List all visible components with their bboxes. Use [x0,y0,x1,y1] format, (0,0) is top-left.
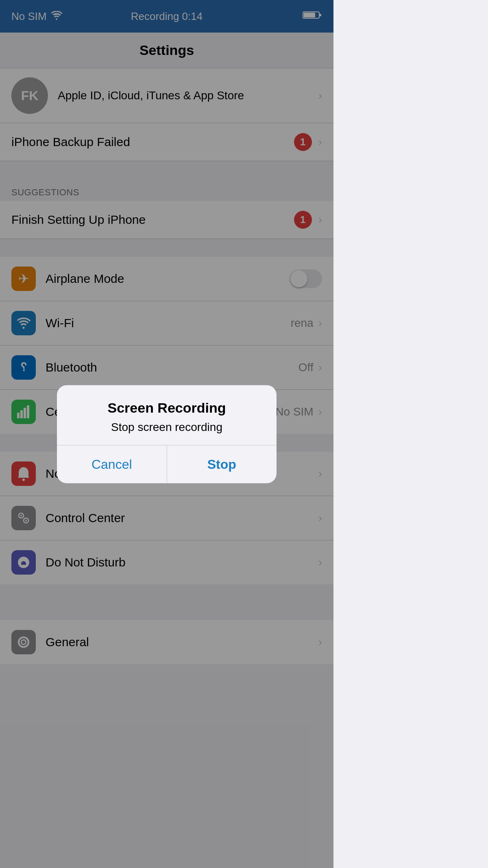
dialog-content: Screen Recording Stop screen recording [57,385,277,445]
stop-button[interactable]: Stop [167,445,277,483]
dialog-message: Stop screen recording [73,420,260,433]
dialog-title: Screen Recording [73,400,260,415]
dialog-buttons: Cancel Stop [57,445,277,483]
cancel-button[interactable]: Cancel [57,445,167,483]
screen-recording-dialog: Screen Recording Stop screen recording C… [57,385,277,483]
